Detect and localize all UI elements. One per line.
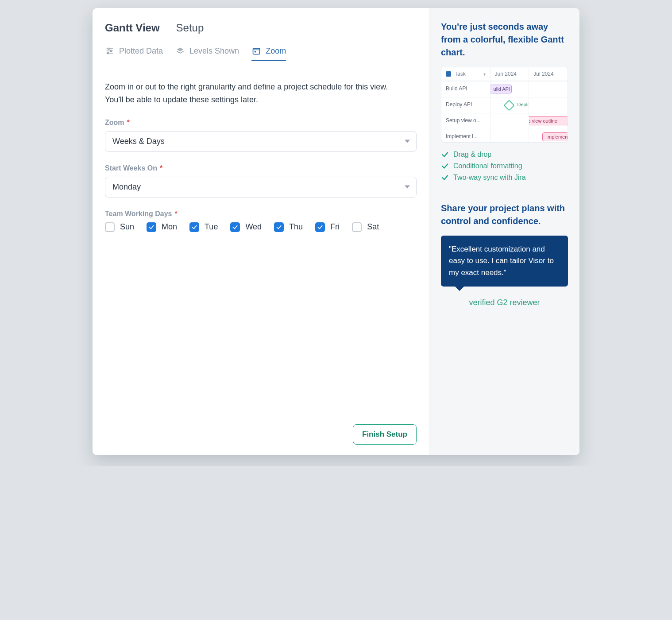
checkbox[interactable] xyxy=(105,222,115,232)
gantt-bar: uild API xyxy=(490,85,512,93)
day-label: Sat xyxy=(367,222,379,232)
svg-rect-6 xyxy=(253,48,260,54)
day-label: Tue xyxy=(205,222,218,232)
setup-modal: Gantt View Setup Plotted Data xyxy=(93,8,579,455)
day-label: Sun xyxy=(120,222,134,232)
row-timeline xyxy=(490,113,529,129)
gantt-bar: Implement l xyxy=(542,132,568,141)
svg-point-1 xyxy=(108,48,109,49)
day-label: Fri xyxy=(330,222,340,232)
check-icon xyxy=(441,151,449,159)
label-text: Start Weeks On xyxy=(105,164,157,172)
field-working-days: Team Working Days * Sun Mon xyxy=(105,210,417,232)
benefit-text: Two-way sync with Jira xyxy=(453,174,526,182)
checkbox[interactable] xyxy=(352,222,362,232)
page-subtitle: Setup xyxy=(176,22,204,34)
label-zoom: Zoom * xyxy=(105,119,417,127)
intro-text: Zoom in or out to the right granularity … xyxy=(105,81,397,106)
benefit-item: Two-way sync with Jira xyxy=(441,174,568,182)
calendar-icon xyxy=(251,46,261,56)
right-headline: You're just seconds away from a colorful… xyxy=(441,20,568,59)
preview-row: Setup view o... Setup view outline xyxy=(441,113,568,129)
day-label: Mon xyxy=(162,222,177,232)
finish-setup-button[interactable]: Finish Setup xyxy=(353,424,417,445)
preview-col-jun: Jun 2024 xyxy=(490,67,529,81)
label-working-days: Team Working Days * xyxy=(105,210,417,218)
preview-row: Implement l... Implement l xyxy=(441,129,568,142)
testimonial-quote: "Excellent customization and easy to use… xyxy=(441,236,568,287)
preview-row: Deploy API Deploy API xyxy=(441,97,568,113)
row-timeline: uild API xyxy=(490,81,529,97)
row-name: Implement l... xyxy=(441,129,490,142)
preview-row: Build API uild API xyxy=(441,81,568,97)
svg-point-3 xyxy=(110,50,112,51)
tab-label: Levels Shown xyxy=(189,46,239,56)
modal-footer: Finish Setup xyxy=(105,415,417,445)
day-wed[interactable]: Wed xyxy=(230,222,262,232)
label-text: Team Working Days xyxy=(105,210,172,218)
field-zoom: Zoom * Weeks & Days xyxy=(105,119,417,152)
checkbox[interactable] xyxy=(274,222,284,232)
required-asterisk: * xyxy=(127,119,130,127)
chevron-down-icon xyxy=(405,140,410,143)
preview-col-jul: Jul 2024 xyxy=(529,67,568,81)
chevron-down-icon xyxy=(405,186,410,189)
label-start-week: Start Weeks On * xyxy=(105,164,417,172)
field-start-week: Start Weeks On * Monday xyxy=(105,164,417,198)
tab-zoom[interactable]: Zoom xyxy=(251,43,286,60)
day-thu[interactable]: Thu xyxy=(274,222,303,232)
day-tue[interactable]: Tue xyxy=(189,222,218,232)
checkbox[interactable] xyxy=(147,222,156,232)
sliders-icon xyxy=(105,46,115,56)
required-asterisk: * xyxy=(174,210,177,218)
task-icon xyxy=(446,71,451,77)
testimonial-attribution: verified G2 reviewer xyxy=(441,298,568,307)
benefit-text: Conditional formatting xyxy=(453,162,522,170)
label-text: Zoom xyxy=(105,119,124,127)
day-sun[interactable]: Sun xyxy=(105,222,134,232)
modal-right-panel: You're just seconds away from a colorful… xyxy=(429,8,579,455)
day-sat[interactable]: Sat xyxy=(352,222,379,232)
checkbox[interactable] xyxy=(315,222,325,232)
tab-plotted-data[interactable]: Plotted Data xyxy=(105,43,163,60)
check-icon xyxy=(441,174,449,182)
row-timeline xyxy=(490,129,529,142)
setup-tabs: Plotted Data Levels Shown xyxy=(105,43,417,60)
share-headline: Share your project plans with control an… xyxy=(441,202,568,228)
milestone-label: Deploy API xyxy=(518,102,529,107)
check-icon xyxy=(441,162,449,170)
svg-rect-8 xyxy=(255,51,256,52)
tab-label: Plotted Data xyxy=(119,46,163,56)
benefits-list: Drag & drop Conditional formatting Two-w… xyxy=(441,151,568,182)
page-title: Gantt View xyxy=(105,22,160,34)
tab-label: Zoom xyxy=(266,46,286,56)
checkbox[interactable] xyxy=(189,222,199,232)
col-label: Task xyxy=(455,71,466,77)
day-label: Wed xyxy=(245,222,262,232)
row-timeline: Implement l xyxy=(529,129,568,142)
row-timeline: Setup view outline xyxy=(529,113,568,129)
working-days-group: Sun Mon Tue xyxy=(105,222,417,232)
day-mon[interactable]: Mon xyxy=(147,222,177,232)
gantt-preview: Task ▾ Jun 2024 Jul 2024 Build API uild … xyxy=(441,67,568,143)
row-name: Setup view o... xyxy=(441,113,490,129)
title-separator xyxy=(168,21,168,35)
row-timeline xyxy=(529,81,568,97)
chevron-down-icon: ▾ xyxy=(483,72,486,77)
modal-header: Gantt View Setup xyxy=(105,21,417,35)
day-fri[interactable]: Fri xyxy=(315,222,340,232)
zoom-select[interactable]: Weeks & Days xyxy=(105,131,417,152)
preview-col-task: Task ▾ xyxy=(441,67,490,81)
benefit-item: Drag & drop xyxy=(441,151,568,159)
tab-levels-shown[interactable]: Levels Shown xyxy=(175,43,239,60)
preview-header: Task ▾ Jun 2024 Jul 2024 xyxy=(441,67,568,81)
start-week-select[interactable]: Monday xyxy=(105,177,417,198)
select-value: Monday xyxy=(112,182,141,191)
layers-icon xyxy=(175,46,185,56)
row-timeline: Deploy API xyxy=(490,97,529,113)
required-asterisk: * xyxy=(160,164,162,172)
select-value: Weeks & Days xyxy=(112,137,165,146)
benefit-item: Conditional formatting xyxy=(441,162,568,170)
checkbox[interactable] xyxy=(230,222,240,232)
row-name: Deploy API xyxy=(441,97,490,113)
